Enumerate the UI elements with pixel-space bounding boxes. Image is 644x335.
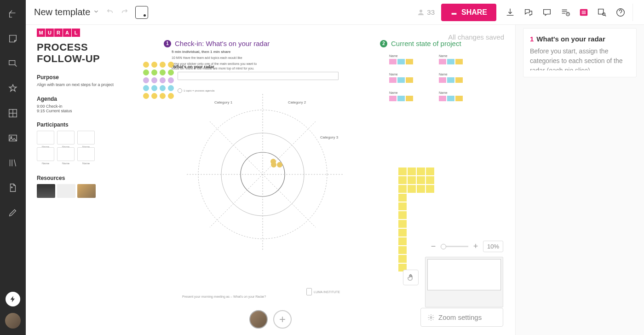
- state-cell[interactable]: Name: [439, 54, 485, 64]
- zoom-level[interactable]: 10%: [483, 241, 503, 252]
- sticky[interactable]: [417, 185, 425, 193]
- default-sticky-button[interactable]: [135, 6, 148, 19]
- dot-blue[interactable]: [168, 85, 174, 91]
- redo-button[interactable]: [121, 7, 129, 17]
- help-icon[interactable]: [614, 6, 627, 19]
- image-icon[interactable]: [7, 133, 18, 144]
- sticky[interactable]: [408, 185, 416, 193]
- shapes-icon[interactable]: [7, 58, 18, 69]
- pan-hand-button[interactable]: [403, 270, 419, 285]
- dot-yellow[interactable]: [143, 93, 149, 99]
- participant-card[interactable]: [77, 131, 95, 144]
- state-cell[interactable]: Name: [389, 73, 435, 83]
- outline-panel: Outline 1What's on your radar Before you…: [515, 0, 644, 335]
- state-cell[interactable]: Name: [389, 91, 435, 101]
- sticky[interactable]: [398, 220, 407, 228]
- sticky[interactable]: [426, 176, 434, 184]
- color-dots-palette: [143, 62, 174, 99]
- dot-yellow[interactable]: [151, 62, 157, 68]
- dot-green[interactable]: [143, 69, 149, 75]
- files-icon[interactable]: [7, 157, 18, 168]
- back-icon[interactable]: [7, 8, 18, 19]
- state-cell[interactable]: Name: [389, 54, 435, 64]
- export-icon[interactable]: [504, 6, 517, 19]
- star-icon[interactable]: [7, 83, 18, 94]
- state-cell[interactable]: Name: [439, 73, 485, 83]
- sticky[interactable]: [398, 229, 407, 237]
- participant-card[interactable]: [37, 147, 54, 161]
- import-icon[interactable]: [7, 182, 18, 193]
- draw-icon[interactable]: [7, 207, 18, 218]
- section-1-header[interactable]: 1 Check-in: What's on your radar: [164, 40, 270, 47]
- participant-card[interactable]: [57, 147, 75, 161]
- comment-icon[interactable]: [540, 6, 553, 19]
- dot-blue[interactable]: [143, 85, 149, 91]
- sticky[interactable]: [398, 176, 407, 184]
- outline-icon[interactable]: [577, 6, 590, 19]
- undo-button[interactable]: [106, 7, 114, 17]
- sticky[interactable]: [426, 185, 434, 193]
- participant-card[interactable]: [77, 147, 95, 161]
- sticky[interactable]: [398, 237, 407, 245]
- sticky[interactable]: [398, 202, 407, 210]
- activity-icon[interactable]: [559, 6, 572, 19]
- sticky[interactable]: [398, 211, 407, 219]
- state-cell[interactable]: Name: [439, 91, 485, 101]
- dot-yellow[interactable]: [160, 62, 166, 68]
- sticky[interactable]: [408, 176, 416, 184]
- participant-card[interactable]: [37, 131, 54, 144]
- section-2-header[interactable]: 2 Current state of project: [380, 40, 461, 47]
- participant-card[interactable]: [57, 131, 75, 144]
- sticky[interactable]: [417, 168, 425, 175]
- dot-yellow[interactable]: [143, 62, 149, 68]
- sticky[interactable]: [398, 185, 407, 193]
- radar-placed-dots[interactable]: [265, 162, 282, 168]
- title-chevron-icon[interactable]: [93, 8, 99, 17]
- dot-blue[interactable]: [151, 85, 157, 91]
- dot-purple[interactable]: [151, 77, 157, 83]
- dot-green[interactable]: [151, 69, 157, 75]
- chat-icon[interactable]: [522, 6, 535, 19]
- radar-chart[interactable]: Category 1 Category 2 Category 3: [182, 89, 343, 250]
- resource-thumb[interactable]: [57, 184, 75, 198]
- add-collaborator-button[interactable]: +: [273, 310, 292, 329]
- dot-purple[interactable]: [160, 77, 166, 83]
- collaborator-avatar[interactable]: [249, 310, 268, 329]
- radar-text-input[interactable]: [178, 72, 339, 80]
- sticky[interactable]: [408, 168, 416, 175]
- dot-yellow[interactable]: [160, 93, 166, 99]
- dot-yellow[interactable]: [151, 93, 157, 99]
- sticky[interactable]: [417, 176, 425, 184]
- find-icon[interactable]: [596, 6, 609, 19]
- sticky[interactable]: [398, 168, 407, 175]
- outline-card[interactable]: 1What's on your radar Before you start, …: [523, 28, 637, 77]
- minimap[interactable]: [425, 257, 503, 307]
- dot-purple[interactable]: [143, 77, 149, 83]
- zoom-settings-button[interactable]: Zoom settings: [420, 308, 503, 327]
- sticky[interactable]: [398, 246, 407, 254]
- share-button[interactable]: SHARE: [441, 4, 496, 21]
- purpose-heading: Purpose: [37, 74, 143, 81]
- user-avatar[interactable]: [5, 313, 21, 329]
- dot-purple[interactable]: [168, 77, 174, 83]
- dot-yellow[interactable]: [168, 93, 174, 99]
- sticky-note-icon[interactable]: [7, 33, 18, 44]
- zoom-out-button[interactable]: −: [430, 242, 437, 251]
- canvas[interactable]: All changes saved MURAL PROCESS FOLLOW-U…: [26, 25, 515, 335]
- mural-title[interactable]: New template: [34, 7, 90, 17]
- dot-blue[interactable]: [160, 85, 166, 91]
- sticky[interactable]: [398, 194, 407, 202]
- zoom-in-button[interactable]: +: [472, 242, 479, 251]
- dot-green[interactable]: [168, 69, 174, 75]
- zoom-slider[interactable]: − + 10%: [430, 241, 503, 252]
- dot-green[interactable]: [160, 69, 166, 75]
- quick-actions-icon[interactable]: [6, 292, 20, 306]
- resource-thumb[interactable]: [37, 184, 55, 198]
- member-count[interactable]: 33: [417, 8, 435, 17]
- agenda-item: 9:00 Check-in: [37, 104, 143, 109]
- resource-thumb[interactable]: [77, 184, 96, 198]
- sticky[interactable]: [426, 168, 434, 175]
- sticky[interactable]: [398, 255, 407, 263]
- zoom-track[interactable]: [441, 246, 468, 247]
- frameworks-icon[interactable]: [7, 108, 18, 119]
